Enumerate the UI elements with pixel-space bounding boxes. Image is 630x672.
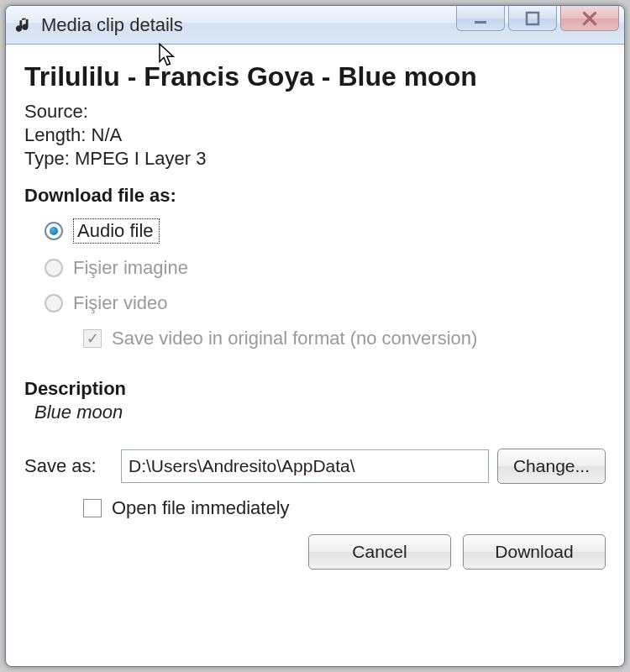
radio-indicator-icon xyxy=(45,259,63,277)
save-original-label: Save video in original format (no conver… xyxy=(112,328,477,349)
window-controls xyxy=(456,6,619,31)
close-button[interactable] xyxy=(560,6,619,31)
radio-indicator-icon xyxy=(45,222,63,240)
music-note-icon xyxy=(14,16,33,34)
cancel-button[interactable]: Cancel xyxy=(308,534,451,570)
meta-length: Length: N/A xyxy=(24,124,606,146)
radio-image-file: Fişier imagine xyxy=(24,250,606,286)
length-value: N/A xyxy=(92,124,123,145)
type-label: Type: xyxy=(24,148,70,169)
dialog-window: Media clip details Trilulilu - Francis G… xyxy=(5,5,625,667)
checkbox-icon[interactable] xyxy=(83,499,102,517)
meta-type: Type: MPEG I Layer 3 xyxy=(24,148,606,170)
radio-audio-label: Audio file xyxy=(73,218,160,244)
media-title: Trilulilu - Francis Goya - Blue moon xyxy=(24,61,606,92)
save-path-input[interactable] xyxy=(121,449,489,483)
client-area: Trilulilu - Francis Goya - Blue moon Sou… xyxy=(6,45,624,585)
open-immediately-label: Open file immediately xyxy=(112,497,290,519)
length-label: Length: xyxy=(24,124,86,145)
save-original-format-row: ✓ Save video in original format (no conv… xyxy=(24,321,606,356)
minimize-button[interactable] xyxy=(456,6,505,31)
meta-source: Source: xyxy=(24,101,606,123)
maximize-button[interactable] xyxy=(508,6,557,31)
open-immediately-row[interactable]: Open file immediately xyxy=(24,484,606,519)
svg-rect-0 xyxy=(475,21,486,24)
type-value: MPEG I Layer 3 xyxy=(75,148,207,169)
radio-indicator-icon xyxy=(45,294,63,312)
download-as-label: Download file as: xyxy=(24,185,606,207)
titlebar[interactable]: Media clip details xyxy=(6,6,624,45)
description-text: Blue moon xyxy=(34,402,606,423)
checkbox-icon: ✓ xyxy=(83,329,102,348)
svg-rect-1 xyxy=(527,13,538,24)
source-label: Source: xyxy=(24,101,88,122)
download-radio-group: Audio file Fişier imagine Fişier video ✓… xyxy=(24,212,606,356)
save-as-row: Save as: Change... xyxy=(24,449,606,484)
download-button[interactable]: Download xyxy=(463,534,606,570)
change-button[interactable]: Change... xyxy=(497,449,606,484)
description-label: Description xyxy=(24,378,606,400)
dialog-footer: Cancel Download xyxy=(24,534,606,570)
save-as-label: Save as: xyxy=(24,455,113,477)
radio-video-file: Fişier video xyxy=(24,286,606,321)
window-title: Media clip details xyxy=(41,14,183,36)
radio-image-label: Fişier imagine xyxy=(73,257,188,279)
radio-audio-file[interactable]: Audio file xyxy=(24,212,606,250)
radio-video-label: Fişier video xyxy=(73,292,167,314)
